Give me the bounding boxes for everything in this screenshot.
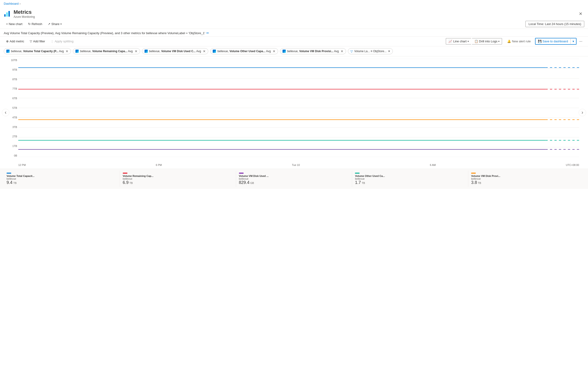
legend-val-unit-1: TB [129,182,133,184]
drill-chevron-icon: ▾ [498,40,500,43]
share-chevron-icon: ▾ [61,23,62,25]
chart-title: Avg Volume Total Capacity (Preview), Avg… [4,31,205,35]
save-dashboard-button[interactable]: 💾 Save to dashboard [535,38,570,44]
apply-splitting-button[interactable]: ⋮ Apply splitting [48,38,76,44]
legend-name-3: Volume Other Used Ca... [355,174,465,177]
remove-filter-tag[interactable]: ✕ [388,50,390,53]
legend-color-2 [239,173,244,174]
y-axis: 0B 1TB 2TB 3TB 4TB 5TB 6TB 7TB 8TB 9TB 1… [7,59,17,157]
breadcrumb[interactable]: Dashboard › [0,0,588,7]
app-title: Metrics [14,9,35,15]
chart-nav-left[interactable]: ‹ [2,109,9,116]
chart-nav-right[interactable]: › [579,109,586,116]
y-label-6: 6TB [7,97,17,100]
filter-icon: ▽ [30,39,32,43]
remove-tag-4[interactable]: ✕ [341,49,343,53]
metric-tag-1[interactable]: bellevue, Volume Remaining Capa... Avg ✕ [73,48,140,54]
x-label-1: 6 PM [156,164,162,166]
drill-logs-label: Drill into Logs [479,39,498,43]
add-filter-label: Add filter [33,39,45,43]
drill-logs-button[interactable]: 📋 Drill into Logs ▾ [472,38,502,44]
remove-tag-1[interactable]: ✕ [135,49,138,53]
metric-tag-4[interactable]: bellevue, Volume VM Disk Provisi... Avg … [280,48,346,54]
legend-value-3: 1.7 TB [355,180,465,185]
line-chart-button[interactable]: 📈 Line chart ▾ [446,38,471,44]
legend-item-3[interactable]: Volume Other Used Ca... bellevue 1.7 TB [352,171,468,187]
chart-title-bar: Avg Volume Total Capacity (Preview), Avg… [0,29,588,37]
new-alert-button[interactable]: 🔔 New alert rule [505,38,533,44]
save-button-group: 💾 Save to dashboard ▾ [535,38,577,45]
app-subtitle: Azure Monitoring [14,15,35,19]
legend-value-4: 3.8 TB [471,180,581,185]
filter-funnel-icon: ▽ [351,50,353,53]
legend-sub-3: bellevue [355,177,465,180]
legend-val-unit-3: TB [362,182,365,184]
filter-tag[interactable]: ▽ Volume La... = ObjStore... ✕ [348,48,393,54]
save-dropdown-button[interactable]: ▾ [570,38,576,44]
x-axis: 12 PM 6 PM Tue 10 6 AM UTC+08:00 [18,164,579,166]
svg-rect-1 [6,12,8,17]
chart-inner: 0B 1TB 2TB 3TB 4TB 5TB 6TB 7TB 8TB 9TB 1… [7,56,581,169]
metric-tag-0[interactable]: bellevue, Volume Total Capacity (P... Av… [4,48,71,54]
time-range-picker[interactable]: Local Time: Last 24 hours (15 minutes) [525,21,584,27]
legend-name-4: Volume VM Disk Provi... [471,174,581,177]
x-label-3: 6 AM [430,164,436,166]
chart-container: ‹ › 0B 1TB 2TB 3TB 4TB 5TB 6TB 7TB 8TB 9… [2,56,586,169]
drill-icon: 📋 [474,39,478,43]
close-button[interactable]: ✕ [577,10,584,17]
legend-item-2[interactable]: Volume VM Disk Used ... bellevue 829.4 G… [236,171,352,187]
metric-tag-3[interactable]: bellevue, Volume Other Used Capa... Avg … [210,48,278,54]
legend-color-3 [355,173,359,174]
app-icon [4,10,11,18]
legend-name-2: Volume VM Disk Used ... [239,174,349,177]
legend-value-0: 9.4 TB [7,180,117,185]
header: Metrics Azure Monitoring ✕ [0,7,588,19]
y-label-7: 7TB [7,87,17,90]
y-label-1: 1TB [7,145,17,147]
refresh-button[interactable]: ↻ Refresh [26,21,45,27]
legend-item-0[interactable]: Volume Total Capacit... bellevue 9.4 TB [4,171,120,187]
add-filter-button[interactable]: ▽ Add filter [27,38,47,44]
legend-color-1 [123,173,127,174]
legend-val-unit-2: GB [250,182,254,184]
chart-toolbar: ⊕ Add metric ▽ Add filter ⋮ Apply splitt… [0,37,588,46]
header-left: Metrics Azure Monitoring [4,9,35,19]
share-label: Share [51,22,60,26]
share-button[interactable]: ↗ Share ▾ [45,21,64,27]
legend-name-1: Volume Remaining Cap... [123,174,233,177]
legend-val-unit-0: TB [13,182,17,184]
legend-color-0 [7,173,11,174]
remove-tag-3[interactable]: ✕ [273,49,275,53]
legend-sub-2: bellevue [239,177,349,180]
metric-tag-icon-0 [6,50,10,53]
x-label-2: Tue 10 [292,164,300,166]
y-label-10: 10TB [7,59,17,61]
app-title-block: Metrics Azure Monitoring [14,9,35,19]
apply-splitting-label: Apply splitting [55,39,73,43]
new-chart-button[interactable]: + New chart [4,21,25,27]
legend-val-num-0: 9.4 [7,180,12,185]
y-label-8: 8TB [7,78,17,81]
metric-tag-2[interactable]: bellevue, Volume VM Disk Used C... Avg ✕ [142,48,209,54]
share-icon: ↗ [48,22,50,26]
legend-item-4[interactable]: Volume VM Disk Provi... bellevue 3.8 TB [468,171,584,187]
remove-tag-2[interactable]: ✕ [203,49,206,53]
remove-tag-0[interactable]: ✕ [65,49,68,53]
y-label-9: 9TB [7,68,17,71]
add-metric-button[interactable]: ⊕ Add metric [4,38,26,44]
splitting-icon: ⋮ [51,39,54,43]
legend-sub-1: bellevue [123,177,233,180]
breadcrumb-label[interactable]: Dashboard [4,2,19,5]
legend-sub-0: bellevue [7,177,117,180]
x-label-utc: UTC+08:00 [566,164,579,166]
y-label-4: 4TB [7,116,17,119]
y-label-5: 5TB [7,106,17,109]
line-chart-chevron: ▾ [468,40,469,43]
edit-title-icon[interactable]: ✏ [206,31,209,35]
legend-val-unit-4: TB [478,182,481,184]
y-label-3: 3TB [7,126,17,128]
svg-rect-0 [4,14,6,17]
legend-item-1[interactable]: Volume Remaining Cap... bellevue 6.9 TB [120,171,236,187]
legend-val-num-2: 829.4 [239,180,250,185]
more-options-button[interactable]: ··· [577,38,584,45]
